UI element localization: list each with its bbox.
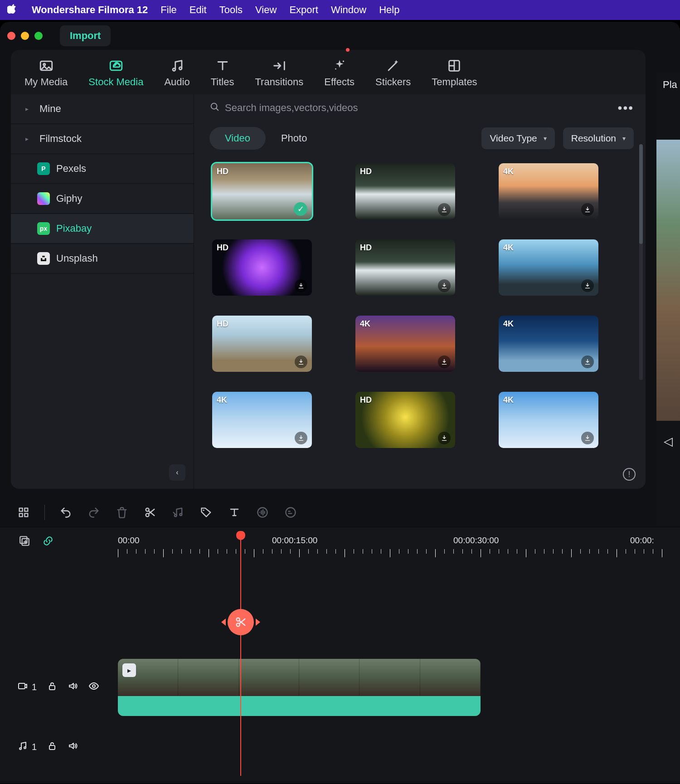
playhead[interactable] xyxy=(240,531,241,776)
transition-icon xyxy=(272,58,287,73)
download-button[interactable] xyxy=(581,355,594,368)
svg-point-28 xyxy=(24,747,26,749)
beat-detection-button[interactable] xyxy=(171,505,185,520)
sidebar-item-giphy[interactable]: Giphy xyxy=(11,184,194,214)
stock-thumbnail[interactable]: 4K xyxy=(499,163,598,219)
download-button[interactable] xyxy=(438,279,451,292)
sidebar-item-filmstock[interactable]: ▸ Filmstock xyxy=(11,124,194,154)
collapse-sidebar-button[interactable]: ‹ xyxy=(169,464,185,481)
stock-thumbnail[interactable]: HD xyxy=(212,316,312,372)
tab-templates[interactable]: Templates xyxy=(432,58,477,88)
split-button[interactable] xyxy=(143,505,157,520)
import-button[interactable]: Import xyxy=(60,25,111,46)
sidebar-item-unsplash[interactable]: Unsplash xyxy=(11,244,194,274)
ruler-tick-label: 00:00:30:00 xyxy=(453,536,499,545)
resolution-badge: HD xyxy=(217,319,228,329)
scrollbar-handle[interactable] xyxy=(639,144,643,244)
track-mute-button[interactable] xyxy=(68,740,78,754)
video-type-dropdown[interactable]: Video Type ▾ xyxy=(481,127,554,149)
svg-rect-11 xyxy=(19,513,23,516)
undo-button[interactable] xyxy=(58,505,73,520)
menu-window[interactable]: Window xyxy=(331,4,366,16)
sidebar-item-label: Pexels xyxy=(56,163,86,175)
track-lock-button[interactable] xyxy=(47,740,58,754)
text-icon xyxy=(215,58,230,73)
download-button[interactable] xyxy=(295,432,307,444)
resolution-dropdown[interactable]: Resolution ▾ xyxy=(563,127,634,149)
stock-thumbnail[interactable]: HD xyxy=(355,392,455,448)
tab-stock-media[interactable]: Stock Media xyxy=(88,58,143,88)
menu-help[interactable]: Help xyxy=(379,4,399,16)
tab-stickers[interactable]: Stickers xyxy=(375,58,411,88)
resolution-badge: 4K xyxy=(503,243,514,253)
menu-export[interactable]: Export xyxy=(289,4,318,16)
content-tab-video[interactable]: Video xyxy=(209,127,266,150)
window-minimize-button[interactable] xyxy=(21,32,29,40)
track-visibility-button[interactable] xyxy=(88,681,99,694)
menu-edit[interactable]: Edit xyxy=(189,4,207,16)
resolution-badge: HD xyxy=(360,395,372,405)
tab-effects[interactable]: Effects xyxy=(324,58,355,88)
tag-button[interactable] xyxy=(199,505,214,520)
timeline-toolbar xyxy=(0,498,680,527)
download-button[interactable] xyxy=(581,203,594,216)
stock-thumbnail[interactable]: HD xyxy=(212,239,312,296)
menu-view[interactable]: View xyxy=(255,4,277,16)
caption-button[interactable] xyxy=(283,505,298,520)
tab-transitions[interactable]: Transitions xyxy=(255,58,303,88)
tab-titles[interactable]: Titles xyxy=(211,58,234,88)
text-tool-button[interactable] xyxy=(227,505,242,520)
download-button[interactable] xyxy=(581,432,594,444)
resolution-badge: 4K xyxy=(503,319,514,329)
download-button[interactable] xyxy=(295,279,307,292)
gallery-scrollbar[interactable] xyxy=(639,144,643,380)
timeline-ruler[interactable]: 00:00 00:00:15:00 00:00:30:00 00:00: xyxy=(118,536,680,558)
track-lock-button[interactable] xyxy=(47,681,58,694)
preview-back-button[interactable]: ◁ xyxy=(656,434,680,448)
apple-menu-icon[interactable] xyxy=(7,4,17,16)
stock-thumbnail[interactable]: 4K xyxy=(355,316,455,372)
apps-grid-button[interactable] xyxy=(16,505,31,520)
link-toggle-button[interactable] xyxy=(41,534,55,548)
download-button[interactable] xyxy=(438,355,451,368)
add-track-button[interactable] xyxy=(17,534,32,548)
dropdown-label: Video Type xyxy=(490,133,537,144)
content-tab-photo[interactable]: Photo xyxy=(266,127,323,150)
stock-thumbnail[interactable]: HD xyxy=(355,163,455,219)
download-button[interactable] xyxy=(581,279,594,292)
stock-thumbnail[interactable]: HD✓ xyxy=(212,163,312,219)
delete-button[interactable] xyxy=(115,505,129,520)
dropdown-label: Resolution xyxy=(571,133,616,144)
cut-handle[interactable] xyxy=(228,609,254,635)
download-button[interactable] xyxy=(438,203,451,216)
timeline-clip[interactable]: ▸ xyxy=(118,659,481,716)
sidebar-item-mine[interactable]: ▸ Mine xyxy=(11,94,194,124)
track-mute-button[interactable] xyxy=(68,681,78,694)
audio-meter-button[interactable] xyxy=(255,505,270,520)
stock-thumbnail[interactable]: 4K xyxy=(499,316,598,372)
resolution-badge: 4K xyxy=(503,395,514,405)
download-button[interactable] xyxy=(438,432,451,444)
sidebar-item-pixabay[interactable]: px Pixabay xyxy=(11,214,194,244)
redo-button[interactable] xyxy=(87,505,101,520)
chevron-down-icon: ▾ xyxy=(544,135,547,142)
media-panel: My Media Stock Media Audio xyxy=(11,50,646,489)
more-options-button[interactable]: ••• xyxy=(618,101,634,115)
stock-thumbnail[interactable]: 4K xyxy=(499,239,598,296)
sidebar-item-pexels[interactable]: P Pexels xyxy=(11,154,194,184)
chevron-down-icon: ▾ xyxy=(622,135,626,142)
tab-my-media[interactable]: My Media xyxy=(24,58,68,88)
download-button[interactable] xyxy=(295,355,307,368)
window-close-button[interactable] xyxy=(7,32,15,40)
info-button[interactable]: ! xyxy=(623,468,636,481)
stock-thumbnail[interactable]: HD xyxy=(355,239,455,296)
window-zoom-button[interactable] xyxy=(34,32,43,40)
tab-audio[interactable]: Audio xyxy=(164,58,189,88)
app-name[interactable]: Wondershare Filmora 12 xyxy=(32,4,148,16)
menu-file[interactable]: File xyxy=(160,4,176,16)
preview-label: Pla xyxy=(656,73,680,91)
stock-thumbnail[interactable]: 4K xyxy=(212,392,312,448)
stock-thumbnail[interactable]: 4K xyxy=(499,392,598,448)
menu-tools[interactable]: Tools xyxy=(219,4,243,16)
search-input[interactable] xyxy=(225,102,612,114)
